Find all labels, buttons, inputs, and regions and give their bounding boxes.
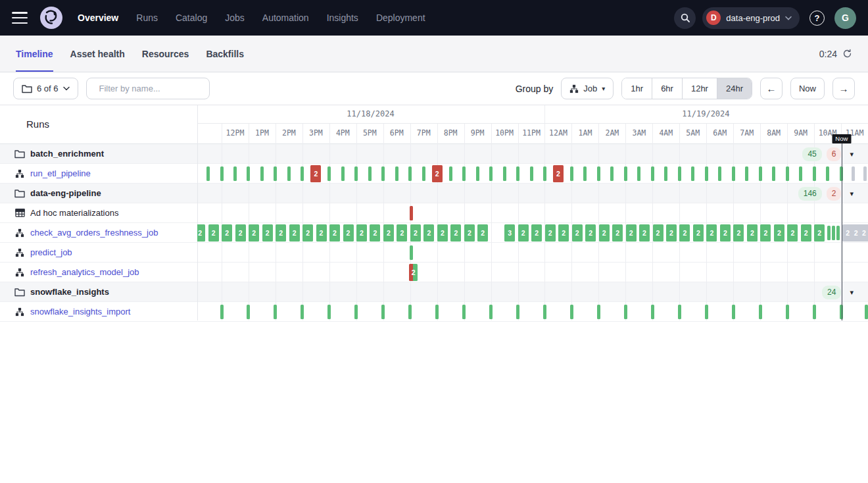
run-bar-success[interactable]: 2 [208, 224, 219, 242]
hamburger-menu-icon[interactable] [12, 12, 28, 24]
run-bar-success[interactable]: 2 [222, 224, 232, 242]
run-bar-success[interactable] [354, 305, 358, 319]
run-bar-success[interactable] [462, 166, 466, 181]
run-bar-success[interactable] [651, 305, 654, 319]
run-bar-success[interactable]: 2 [450, 224, 461, 242]
run-bar-success[interactable] [637, 166, 640, 181]
run-bar-success[interactable]: 2 [760, 224, 771, 242]
run-bar-success[interactable] [489, 305, 493, 319]
run-bar-success[interactable]: 2 [585, 224, 596, 242]
run-bar-success[interactable]: 2 [262, 224, 273, 242]
run-bar-failure[interactable]: 2 [432, 165, 443, 182]
run-bar-success[interactable] [408, 305, 412, 319]
run-bar-success[interactable]: 2 [626, 224, 637, 242]
job-link[interactable]: refresh_analytics_model_job [30, 267, 139, 277]
nav-item-deployment[interactable]: Deployment [376, 13, 425, 23]
run-bar-success[interactable]: 2 [666, 224, 677, 242]
run-bar-success[interactable]: 2 [531, 224, 542, 242]
run-bar-success[interactable] [341, 166, 345, 181]
nav-item-catalog[interactable]: Catalog [176, 13, 207, 23]
job-link[interactable]: snowflake_insights_import [30, 307, 130, 317]
range-12hr[interactable]: 12hr [682, 78, 717, 99]
run-bar-success[interactable]: 2 [733, 224, 744, 242]
run-bar-success[interactable] [827, 226, 831, 240]
expand-caret-icon[interactable]: ▾ [850, 288, 854, 297]
run-bar-success[interactable] [786, 166, 789, 181]
run-bar-success[interactable] [381, 305, 385, 319]
run-bar-success[interactable]: 2 [679, 224, 690, 242]
run-bar-failure[interactable] [410, 206, 413, 220]
run-bar-success[interactable]: 2 [639, 224, 650, 242]
run-bar-success[interactable] [745, 166, 748, 181]
run-bar-scheduled[interactable] [863, 166, 867, 181]
run-bar-success[interactable] [287, 166, 291, 181]
run-bar-success[interactable] [583, 166, 587, 181]
run-bar-success[interactable]: 2 [693, 224, 704, 242]
run-bar-success[interactable] [476, 166, 479, 181]
run-bar-success[interactable] [220, 166, 224, 181]
run-bar-success[interactable] [836, 226, 840, 240]
run-bar-success[interactable] [274, 305, 277, 319]
code-location-filter[interactable]: 6 of 6 [13, 78, 78, 99]
nav-item-insights[interactable]: Insights [327, 13, 358, 23]
jump-to-now-button[interactable]: Now [790, 78, 825, 99]
run-bar-success[interactable] [516, 166, 519, 181]
run-bar-success[interactable] [274, 166, 277, 181]
run-bar-success[interactable] [718, 166, 721, 181]
run-bar-success[interactable]: 2 [343, 224, 354, 242]
run-bar-success[interactable] [664, 166, 667, 181]
run-bar-success[interactable] [410, 245, 413, 260]
range-1hr[interactable]: 1hr [622, 78, 652, 99]
run-bar-success[interactable] [772, 166, 775, 181]
pan-right-button[interactable]: → [832, 78, 855, 99]
range-6hr[interactable]: 6hr [652, 78, 682, 99]
nav-item-overview[interactable]: Overview [78, 13, 118, 23]
run-bar-success[interactable] [597, 305, 600, 319]
pan-left-button[interactable]: ← [760, 78, 783, 99]
run-bar-success[interactable] [705, 166, 708, 181]
run-bar-success[interactable] [206, 166, 210, 181]
run-bar-success[interactable] [368, 166, 372, 181]
run-bar-success[interactable] [247, 305, 250, 319]
run-bar-success[interactable] [813, 305, 816, 319]
run-bar-success[interactable] [570, 166, 573, 181]
run-bar-success[interactable]: 2 [289, 224, 300, 242]
run-bar-failure[interactable]: 2 [310, 165, 321, 182]
run-bar-failure[interactable]: 2 [553, 165, 564, 182]
run-bar-success[interactable]: 2 [383, 224, 394, 242]
run-bar-success[interactable] [678, 166, 681, 181]
run-bar-success[interactable]: 2 [397, 224, 407, 242]
run-bar-success[interactable] [651, 166, 654, 181]
run-bar-success[interactable]: 2 [572, 224, 583, 242]
run-bar-success[interactable] [759, 166, 762, 181]
run-bar-success[interactable] [381, 166, 385, 181]
job-link[interactable]: run_etl_pipeline [30, 168, 91, 178]
dagster-logo[interactable] [38, 5, 64, 31]
avatar[interactable]: G [834, 7, 856, 29]
run-bar-success[interactable]: 2 [302, 224, 313, 242]
run-bar-success[interactable]: 2 [316, 224, 327, 242]
refresh-icon[interactable] [842, 49, 852, 59]
run-bar-success[interactable] [233, 166, 237, 181]
run-bar-success[interactable] [799, 166, 802, 181]
run-bar-success[interactable]: 3 [504, 224, 515, 242]
run-bar-success[interactable] [543, 166, 546, 181]
run-bar-success[interactable]: 2 [612, 224, 623, 242]
tab-timeline[interactable]: Timeline [16, 36, 53, 72]
run-bar-success[interactable] [597, 166, 600, 181]
run-bar-scheduled[interactable]: 2 [859, 224, 868, 242]
job-link[interactable]: predict_job [30, 247, 72, 257]
search-button[interactable] [674, 7, 696, 29]
run-bar-success[interactable]: 2 [518, 224, 529, 242]
run-bar-success[interactable] [422, 166, 425, 181]
run-bar-success[interactable] [435, 305, 439, 319]
run-bar-success[interactable] [691, 166, 694, 181]
run-bar-success[interactable] [301, 305, 304, 319]
run-bar-scheduled[interactable] [852, 166, 855, 181]
run-bar-success[interactable]: 2 [477, 224, 488, 242]
run-bar-success[interactable]: 2 [558, 224, 569, 242]
run-bar-success[interactable] [530, 166, 533, 181]
run-bar-success[interactable]: 2 [747, 224, 758, 242]
run-bar-success[interactable] [247, 166, 250, 181]
run-bar-success[interactable] [678, 305, 681, 319]
